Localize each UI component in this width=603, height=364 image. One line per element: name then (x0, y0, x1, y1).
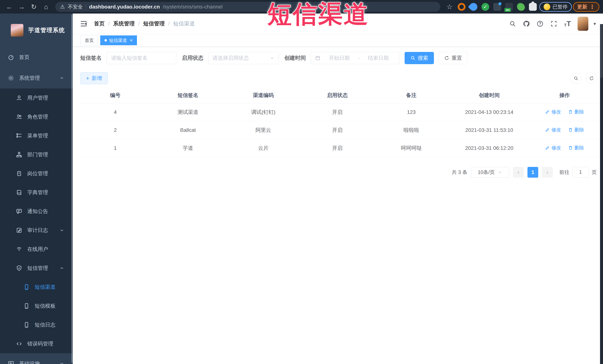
caret-down-icon[interactable]: ▾ (593, 21, 596, 27)
close-icon[interactable]: × (130, 38, 133, 43)
browser-menu-icon[interactable]: ⋮ (590, 3, 595, 10)
url-host: dashboard.yudao.iocoder.cn (89, 4, 160, 10)
navbar-actions: TT ▾ (509, 17, 596, 31)
app-logo (11, 24, 23, 36)
table-row: 2 Ballcat 阿里云 开启 啦啦啦 2021-03-31 11:53:10… (80, 121, 600, 139)
browser-update-button[interactable]: 更新 ⋮ (573, 2, 599, 12)
sidebar-item-notice[interactable]: 通知公告 (0, 202, 73, 221)
sidebar-item-departments[interactable]: 部门管理 (0, 145, 73, 164)
calendar-icon (315, 55, 321, 61)
trash-icon (568, 127, 573, 132)
home-icon[interactable]: ⌂ (40, 1, 52, 12)
search-icon[interactable] (509, 20, 516, 27)
back-icon[interactable]: ← (4, 1, 15, 12)
goto-label: 前往 (559, 169, 569, 176)
sidebar-item-home[interactable]: 首页 (0, 47, 73, 68)
pencil-icon (545, 110, 550, 114)
page-scrollbar[interactable] (600, 24, 603, 364)
extension-on-badge-icon[interactable]: on (505, 3, 513, 11)
update-label: 更新 (577, 3, 587, 10)
address-bar[interactable]: ⚠ 不安全 dashboard.yudao.iocoder.cn/system/… (55, 2, 440, 12)
sidebar-item-system[interactable]: 系统管理 (0, 68, 73, 88)
delete-link[interactable]: 删除 (568, 109, 584, 115)
app-title: 芋道管理系统 (28, 26, 65, 34)
delete-link[interactable]: 删除 (568, 127, 584, 133)
breadcrumb-sms[interactable]: 短信管理 (143, 20, 165, 27)
extensions-puzzle-icon[interactable] (529, 3, 537, 11)
phone-icon (23, 284, 30, 290)
reload-icon[interactable]: ↻ (28, 1, 39, 12)
add-button[interactable]: + 新增 (80, 72, 108, 84)
extension-orange-ring-icon[interactable] (458, 3, 465, 11)
users-icon (16, 114, 22, 120)
sidebar-item-posts[interactable]: 岗位管理 (0, 164, 73, 183)
edit-link[interactable]: 修改 (545, 145, 561, 151)
breadcrumb-system[interactable]: 系统管理 (113, 20, 135, 27)
scrollbar-thumb[interactable] (600, 24, 603, 78)
avatar[interactable] (578, 17, 588, 31)
not-secure-label[interactable]: 不安全 (68, 3, 83, 10)
sidebar-item-roles[interactable]: 角色管理 (0, 107, 73, 126)
extension-dark-drop-icon[interactable] (493, 3, 501, 11)
search-icon (410, 55, 416, 61)
main-content: 短信签名 启用状态 请选择启用状态 创建时间 开始日期 - 结束日期 搜索 重置 (73, 47, 603, 364)
post-badge-icon (16, 170, 22, 177)
goto-page-input[interactable] (572, 167, 589, 178)
fullscreen-icon[interactable] (550, 20, 557, 27)
sidebar-scrollbar[interactable] (71, 14, 73, 363)
sidebar-item-infrastructure[interactable]: 基础设施 (0, 353, 73, 364)
sms-shield-icon (16, 265, 22, 271)
sidebar-item-sms[interactable]: 短信管理 (0, 259, 73, 278)
forward-icon[interactable]: → (16, 1, 27, 12)
chevron-up-icon (59, 266, 64, 271)
breadcrumb: 首页 / 系统管理 / 短信管理 / 短信渠道 (94, 20, 195, 27)
github-icon[interactable] (523, 20, 530, 27)
hamburger-icon[interactable] (80, 20, 88, 28)
bookmark-star-icon[interactable]: ☆ (444, 1, 455, 12)
app-logo-row[interactable]: 芋道管理系统 (0, 13, 73, 47)
sidebar-item-menus[interactable]: 菜单管理 (0, 126, 73, 145)
page-size-select[interactable]: 10条/页 (471, 167, 509, 178)
tab-home[interactable]: 首页 (81, 35, 98, 45)
edit-link[interactable]: 修改 (545, 109, 561, 115)
reset-button[interactable]: 重置 (439, 52, 467, 64)
paused-extension-badge[interactable]: 已暂停 (539, 2, 572, 12)
date-end-placeholder[interactable]: 结束日期 (361, 55, 395, 62)
sidebar-item-sms-log[interactable]: 短信日志 (0, 315, 73, 334)
col-status: 启用状态 (301, 88, 374, 103)
edit-log-icon (16, 227, 22, 233)
font-size-icon[interactable]: TT (564, 20, 571, 27)
sidebar-item-dict[interactable]: 字典管理 (0, 183, 73, 202)
pencil-icon (545, 127, 550, 132)
extension-blue-drop-icon[interactable] (468, 1, 479, 12)
extension-plant-icon[interactable] (517, 3, 525, 11)
sidebar-item-error-codes[interactable]: 错误码管理 (0, 334, 73, 353)
col-sign: 短信签名 (150, 88, 226, 103)
tab-sms-channel[interactable]: 短信渠道 × (100, 35, 137, 45)
prev-page-button[interactable]: ‹ (513, 167, 524, 178)
status-label: 启用状态 (182, 54, 203, 62)
page-1-button[interactable]: 1 (527, 167, 538, 178)
refresh-table-button[interactable] (586, 73, 597, 84)
not-secure-warning-icon: ⚠ (60, 4, 65, 10)
status-select[interactable]: 请选择启用状态 (208, 52, 279, 64)
help-icon[interactable] (536, 20, 544, 27)
sidebar-item-users[interactable]: 用户管理 (0, 88, 73, 107)
sign-input[interactable] (106, 52, 176, 64)
date-start-placeholder[interactable]: 开始日期 (322, 55, 356, 62)
sidebar-item-online-users[interactable]: 在线用户 (0, 240, 73, 259)
search-button[interactable]: 搜索 (405, 52, 434, 64)
edit-link[interactable]: 修改 (545, 127, 561, 133)
sidebar-item-sms-channel[interactable]: 短信渠道 (0, 278, 73, 297)
date-range-picker[interactable]: 开始日期 - 结束日期 (311, 52, 399, 64)
delete-link[interactable]: 删除 (568, 145, 584, 151)
sidebar-item-sms-template[interactable]: 短信模板 (0, 297, 73, 315)
next-page-button[interactable]: › (542, 167, 553, 178)
extension-green-check-icon[interactable]: ✓ (481, 3, 489, 11)
breadcrumb-current: 短信渠道 (173, 20, 195, 27)
dictionary-icon (16, 189, 22, 196)
sidebar-item-audit-log[interactable]: 审计日志 (0, 221, 73, 240)
breadcrumb-home[interactable]: 首页 (94, 20, 105, 27)
toggle-search-button[interactable] (570, 73, 581, 84)
chevron-up-icon (59, 76, 64, 80)
